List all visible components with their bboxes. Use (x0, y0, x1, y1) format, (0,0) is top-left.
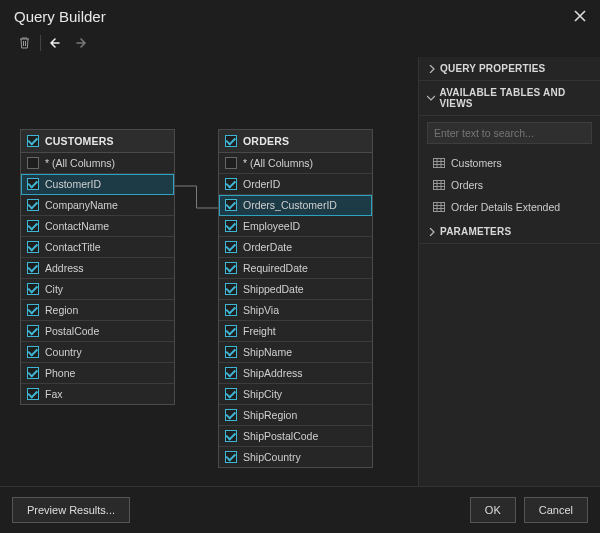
svg-rect-5 (434, 181, 445, 190)
table-header[interactable]: ORDERS (219, 130, 372, 153)
column-checkbox[interactable] (27, 304, 39, 316)
body: CUSTOMERS* (All Columns)CustomerIDCompan… (0, 57, 600, 486)
column-checkbox[interactable] (225, 325, 237, 337)
column-row[interactable]: EmployeeID (219, 216, 372, 237)
column-checkbox[interactable] (225, 178, 237, 190)
column-label: EmployeeID (243, 220, 300, 232)
column-checkbox[interactable] (225, 283, 237, 295)
column-row[interactable]: Freight (219, 321, 372, 342)
chevron-right-icon (427, 64, 436, 73)
column-row[interactable]: OrderDate (219, 237, 372, 258)
column-checkbox[interactable] (27, 367, 39, 379)
column-checkbox[interactable] (27, 199, 39, 211)
table-widget[interactable]: CUSTOMERS* (All Columns)CustomerIDCompan… (20, 129, 175, 405)
ok-button[interactable]: OK (470, 497, 516, 523)
column-checkbox[interactable] (225, 241, 237, 253)
close-button[interactable] (574, 9, 586, 25)
column-row[interactable]: Fax (21, 384, 174, 404)
column-label: ShipPostalCode (243, 430, 318, 442)
column-row[interactable]: ShipPostalCode (219, 426, 372, 447)
column-checkbox[interactable] (27, 325, 39, 337)
column-row[interactable]: * (All Columns) (219, 153, 372, 174)
search-box (427, 122, 592, 144)
column-row[interactable]: City (21, 279, 174, 300)
column-row[interactable]: ContactName (21, 216, 174, 237)
column-checkbox[interactable] (225, 262, 237, 274)
column-row[interactable]: Orders_CustomerID (219, 195, 372, 216)
delete-button[interactable] (16, 35, 32, 51)
column-checkbox[interactable] (27, 346, 39, 358)
column-row[interactable]: ShippedDate (219, 279, 372, 300)
column-checkbox[interactable] (27, 220, 39, 232)
accordion-parameters[interactable]: PARAMETERS (419, 220, 600, 244)
column-row[interactable]: Phone (21, 363, 174, 384)
column-checkbox[interactable] (27, 178, 39, 190)
column-checkbox[interactable] (225, 451, 237, 463)
table-checkbox[interactable] (225, 135, 237, 147)
column-checkbox[interactable] (225, 220, 237, 232)
column-checkbox[interactable] (225, 304, 237, 316)
column-row[interactable]: Country (21, 342, 174, 363)
column-checkbox[interactable] (27, 283, 39, 295)
accordion-available-tables[interactable]: AVAILABLE TABLES AND VIEWS (419, 81, 600, 116)
column-checkbox[interactable] (225, 430, 237, 442)
column-row[interactable]: ShipAddress (219, 363, 372, 384)
table-header[interactable]: CUSTOMERS (21, 130, 174, 153)
column-checkbox[interactable] (225, 199, 237, 211)
join-connector[interactable] (175, 186, 218, 208)
accordion-query-properties[interactable]: QUERY PROPERTIES (419, 57, 600, 81)
column-checkbox[interactable] (27, 241, 39, 253)
preview-results-button[interactable]: Preview Results... (12, 497, 130, 523)
table-checkbox[interactable] (27, 135, 39, 147)
column-checkbox[interactable] (225, 157, 237, 169)
available-table-label: Orders (451, 179, 483, 191)
column-row[interactable]: CompanyName (21, 195, 174, 216)
column-row[interactable]: * (All Columns) (21, 153, 174, 174)
column-row[interactable]: RequiredDate (219, 258, 372, 279)
available-table-item[interactable]: Customers (419, 152, 600, 174)
column-checkbox[interactable] (225, 346, 237, 358)
table-icon (433, 180, 445, 190)
titlebar: Query Builder (0, 0, 600, 31)
design-canvas[interactable]: CUSTOMERS* (All Columns)CustomerIDCompan… (0, 57, 418, 486)
column-checkbox[interactable] (27, 262, 39, 274)
column-row[interactable]: Address (21, 258, 174, 279)
column-row[interactable]: ContactTitle (21, 237, 174, 258)
column-row[interactable]: CustomerID (21, 174, 174, 195)
column-row[interactable]: ShipVia (219, 300, 372, 321)
column-checkbox[interactable] (27, 388, 39, 400)
column-checkbox[interactable] (225, 367, 237, 379)
table-widget[interactable]: ORDERS* (All Columns)OrderIDOrders_Custo… (218, 129, 373, 468)
column-checkbox[interactable] (27, 157, 39, 169)
available-table-item[interactable]: Order Details Extended (419, 196, 600, 218)
column-label: PostalCode (45, 325, 99, 337)
redo-icon (71, 36, 87, 50)
toolbar (0, 31, 600, 57)
column-label: Phone (45, 367, 75, 379)
cancel-button[interactable]: Cancel (524, 497, 588, 523)
column-label: * (All Columns) (45, 157, 115, 169)
undo-button[interactable] (49, 35, 65, 51)
column-row[interactable]: ShipName (219, 342, 372, 363)
column-label: Orders_CustomerID (243, 199, 337, 211)
column-row[interactable]: Region (21, 300, 174, 321)
column-label: OrderID (243, 178, 280, 190)
redo-button[interactable] (71, 35, 87, 51)
column-row[interactable]: ShipRegion (219, 405, 372, 426)
window-title: Query Builder (14, 8, 106, 25)
available-table-label: Customers (451, 157, 502, 169)
available-table-item[interactable]: Orders (419, 174, 600, 196)
table-icon (433, 158, 445, 168)
column-label: RequiredDate (243, 262, 308, 274)
undo-icon (49, 36, 65, 50)
column-row[interactable]: ShipCountry (219, 447, 372, 467)
column-row[interactable]: PostalCode (21, 321, 174, 342)
column-checkbox[interactable] (225, 388, 237, 400)
column-checkbox[interactable] (225, 409, 237, 421)
side-panel: QUERY PROPERTIES AVAILABLE TABLES AND VI… (418, 57, 600, 486)
search-input[interactable] (427, 122, 592, 144)
column-row[interactable]: OrderID (219, 174, 372, 195)
column-row[interactable]: ShipCity (219, 384, 372, 405)
chevron-down-icon (427, 94, 435, 103)
column-label: ShipName (243, 346, 292, 358)
